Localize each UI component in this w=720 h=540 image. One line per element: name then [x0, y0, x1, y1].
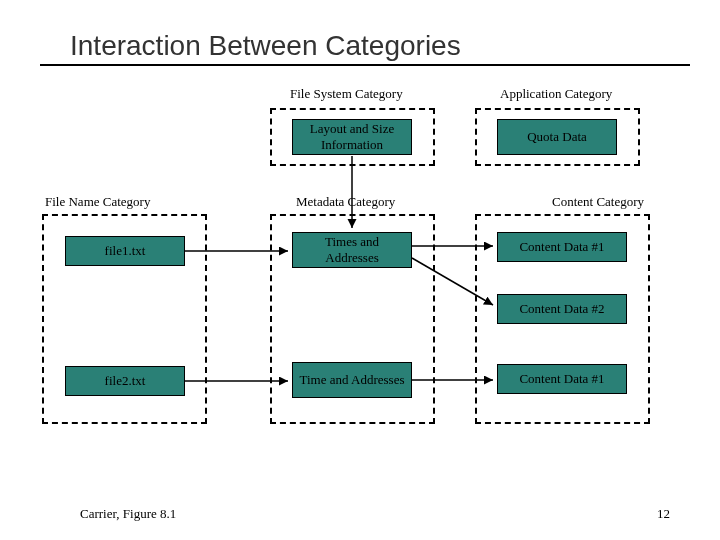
label-metadata: Metadata Category [296, 194, 395, 210]
box-times1: Times and Addresses [292, 232, 412, 268]
footer-caption: Carrier, Figure 8.1 [80, 506, 176, 522]
box-file2: file2.txt [65, 366, 185, 396]
box-file1: file1.txt [65, 236, 185, 266]
label-content: Content Category [552, 194, 644, 210]
label-file-system: File System Category [290, 86, 403, 102]
box-content1a: Content Data #1 [497, 232, 627, 262]
box-times2: Time and Addresses [292, 362, 412, 398]
box-content2: Content Data #2 [497, 294, 627, 324]
diagram-stage: File System Category Application Categor… [60, 86, 670, 466]
box-layout-size: Layout and Size Information [292, 119, 412, 155]
title-underline [40, 64, 690, 66]
box-content1b: Content Data #1 [497, 364, 627, 394]
label-file-name: File Name Category [45, 194, 150, 210]
label-application: Application Category [500, 86, 612, 102]
slide-title: Interaction Between Categories [70, 30, 670, 62]
box-quota-data: Quota Data [497, 119, 617, 155]
page-number: 12 [657, 506, 670, 522]
